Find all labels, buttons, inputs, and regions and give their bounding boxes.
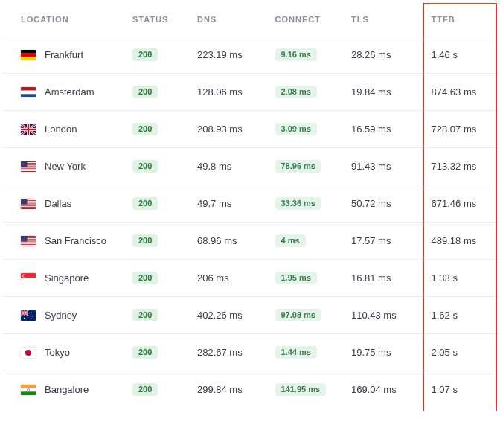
tls-value: 19.75 ms <box>344 334 424 371</box>
connect-badge: 1.95 ms <box>275 272 317 284</box>
svg-rect-26 <box>21 199 28 205</box>
status-badge: 200 <box>132 383 158 396</box>
svg-rect-18 <box>21 161 28 167</box>
svg-rect-36 <box>21 278 36 284</box>
table-header-row: LOCATION STATUS DNS CONNECT TLS TTFB <box>3 3 500 36</box>
svg-rect-15 <box>21 167 36 167</box>
flag-icon <box>21 50 36 60</box>
tls-value: 91.43 ms <box>344 148 424 185</box>
tls-value: 19.84 ms <box>344 74 424 111</box>
flag-icon <box>21 348 36 358</box>
svg-point-48 <box>31 318 31 319</box>
connect-badge: 2.08 ms <box>275 86 317 98</box>
svg-rect-55 <box>21 391 36 395</box>
flag-icon <box>21 273 36 284</box>
status-badge: 200 <box>132 197 158 210</box>
svg-rect-1 <box>21 53 36 57</box>
tls-value: 169.04 ms <box>344 371 424 409</box>
svg-rect-25 <box>21 207 36 208</box>
latency-table: LOCATION STATUS DNS CONNECT TLS TTFB Fra… <box>3 3 500 408</box>
ttfb-value: 671.46 ms <box>424 185 500 223</box>
ttfb-value: 713.32 ms <box>424 148 500 185</box>
svg-rect-17 <box>21 170 36 170</box>
connect-badge: 33.36 ms <box>275 197 321 210</box>
table-row[interactable]: London200208.93 ms3.09 ms16.59 ms728.07 … <box>3 111 500 148</box>
dns-value: 208.93 ms <box>190 111 268 148</box>
svg-rect-32 <box>21 243 36 243</box>
status-badge: 200 <box>132 346 158 359</box>
ttfb-value: 1.62 s <box>424 297 500 334</box>
dns-value: 206 ms <box>190 260 268 297</box>
tls-value: 110.43 ms <box>344 297 424 334</box>
table-row[interactable]: New York20049.8 ms78.96 ms91.43 ms713.32… <box>3 148 500 185</box>
status-badge: 200 <box>132 309 158 321</box>
tls-value: 50.72 ms <box>344 185 424 223</box>
col-ttfb[interactable]: TTFB <box>424 3 500 36</box>
status-badge: 200 <box>132 234 158 247</box>
flag-icon <box>21 236 36 246</box>
table-row[interactable]: Dallas20049.7 ms33.36 ms50.72 ms671.46 m… <box>3 185 500 223</box>
ttfb-value: 489.18 ms <box>424 223 500 260</box>
table-row[interactable]: Sydney200402.26 ms97.08 ms110.43 ms1.62 … <box>3 297 500 334</box>
ttfb-value: 728.07 ms <box>424 111 500 148</box>
col-tls[interactable]: TLS <box>344 3 424 36</box>
svg-rect-53 <box>21 385 36 388</box>
ttfb-value: 874.63 ms <box>424 74 500 111</box>
svg-point-46 <box>31 312 31 313</box>
svg-point-45 <box>24 317 25 319</box>
status-badge: 200 <box>132 160 158 173</box>
dns-value: 282.67 ms <box>190 334 268 371</box>
location-name: New York <box>45 161 86 172</box>
dns-value: 49.8 ms <box>190 148 268 185</box>
connect-badge: 3.09 ms <box>275 123 317 135</box>
svg-rect-44 <box>21 312 28 313</box>
dns-value: 49.7 ms <box>190 185 268 223</box>
tls-value: 16.81 ms <box>344 260 424 297</box>
col-status[interactable]: STATUS <box>125 3 190 36</box>
svg-rect-5 <box>21 94 36 97</box>
svg-rect-3 <box>21 87 36 91</box>
dns-value: 402.26 ms <box>190 297 268 334</box>
dns-value: 68.96 ms <box>190 223 268 260</box>
table-row[interactable]: Singapore200206 ms1.95 ms16.81 ms1.33 s <box>3 260 500 297</box>
location-name: Bangalore <box>45 384 89 395</box>
status-badge: 200 <box>132 86 158 98</box>
connect-badge: 9.16 ms <box>275 48 317 61</box>
svg-rect-4 <box>21 90 36 94</box>
location-name: San Francisco <box>45 235 106 246</box>
ttfb-value: 1.46 s <box>424 36 500 74</box>
svg-point-52 <box>25 350 31 356</box>
latency-table-container: LOCATION STATUS DNS CONNECT TLS TTFB Fra… <box>0 0 503 411</box>
flag-icon <box>21 310 36 321</box>
svg-point-47 <box>33 314 33 315</box>
table-row[interactable]: Bangalore200299.84 ms141.95 ms169.04 ms1… <box>3 371 500 409</box>
col-location[interactable]: LOCATION <box>3 3 125 36</box>
table-row[interactable]: San Francisco20068.96 ms4 ms17.57 ms489.… <box>3 223 500 260</box>
flag-icon <box>21 199 36 209</box>
col-dns[interactable]: DNS <box>190 3 268 36</box>
table-row[interactable]: Tokyo200282.67 ms1.44 ms19.75 ms2.05 s <box>3 334 500 371</box>
ttfb-value: 1.33 s <box>424 260 500 297</box>
svg-rect-24 <box>21 205 36 206</box>
location-name: Dallas <box>45 198 71 209</box>
svg-point-38 <box>23 274 27 278</box>
table-row[interactable]: Amsterdam200128.06 ms2.08 ms19.84 ms874.… <box>3 74 500 111</box>
svg-rect-0 <box>21 50 36 54</box>
status-badge: 200 <box>132 48 158 61</box>
tls-value: 28.26 ms <box>344 36 424 74</box>
flag-icon <box>21 124 36 135</box>
table-row[interactable]: Frankfurt200223.19 ms9.16 ms28.26 ms1.46… <box>3 36 500 74</box>
svg-rect-2 <box>21 57 36 60</box>
svg-point-49 <box>30 316 31 316</box>
connect-badge: 141.95 ms <box>275 383 327 396</box>
location-name: Singapore <box>45 272 89 284</box>
svg-rect-10 <box>21 128 36 129</box>
connect-badge: 4 ms <box>275 234 306 247</box>
svg-point-50 <box>32 316 33 317</box>
status-badge: 200 <box>132 272 158 284</box>
col-connect[interactable]: CONNECT <box>268 3 344 36</box>
location-name: Frankfurt <box>45 49 83 60</box>
connect-badge: 1.44 ms <box>275 346 317 359</box>
svg-rect-23 <box>21 204 36 205</box>
flag-icon <box>21 161 36 172</box>
